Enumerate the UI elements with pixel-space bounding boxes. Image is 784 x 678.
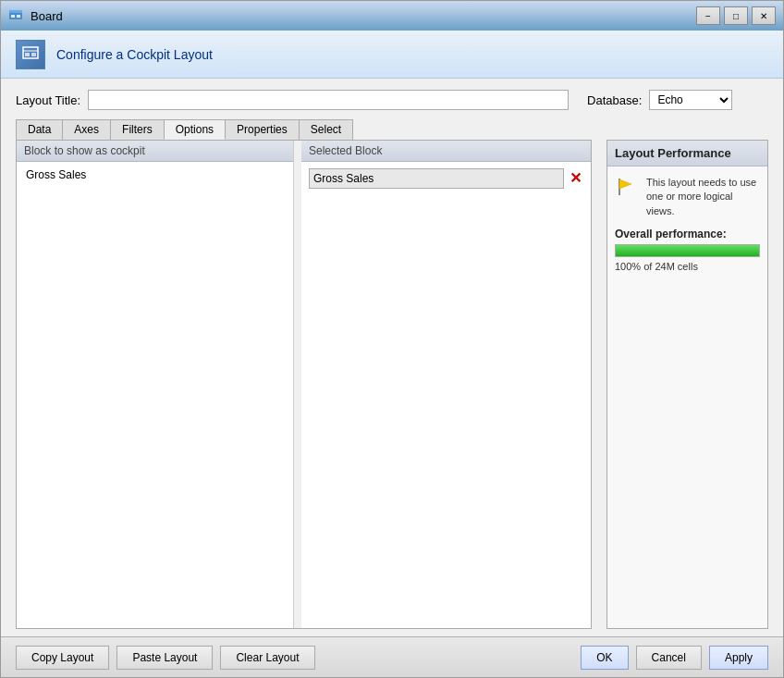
tab-axes[interactable]: Axes [62, 119, 111, 140]
main-window: Board − □ ✕ Configure a Cockpit Layout L… [0, 0, 784, 678]
performance-bar-fill [616, 245, 759, 256]
database-select[interactable]: Echo [649, 90, 732, 110]
paste-layout-button[interactable]: Paste Layout [116, 646, 213, 670]
close-button[interactable]: ✕ [752, 6, 776, 25]
selected-block-section: Selected Block ✕ [301, 141, 591, 628]
remove-block-button[interactable]: ✕ [568, 171, 583, 186]
performance-panel: Layout Performance This layout needs to … [606, 140, 768, 629]
content-area: Layout Title: Database: Echo Data Axes F… [1, 79, 783, 636]
apply-button[interactable]: Apply [709, 646, 768, 670]
cells-label: 100% of 24M cells [615, 261, 760, 272]
dialog-title: Configure a Cockpit Layout [56, 47, 213, 62]
clear-layout-button[interactable]: Clear Layout [220, 646, 314, 670]
selected-block-input[interactable] [309, 168, 564, 189]
main-panel: Block to show as cockpit Gross Sales Sel… [16, 140, 592, 629]
selected-block-header: Selected Block [301, 141, 591, 162]
configure-icon [16, 40, 45, 69]
performance-bar [615, 244, 760, 257]
tab-options[interactable]: Options [164, 119, 226, 140]
ok-button[interactable]: OK [581, 646, 628, 670]
performance-title: Layout Performance [607, 141, 767, 166]
layout-title-row: Layout Title: Database: Echo [16, 90, 768, 110]
minimize-button[interactable]: − [696, 6, 720, 25]
perf-flag-row: This layout needs to use one or more log… [615, 176, 760, 218]
bottom-bar: Copy Layout Paste Layout Clear Layout OK… [1, 636, 783, 677]
copy-layout-button[interactable]: Copy Layout [16, 646, 109, 670]
perf-message: This layout needs to use one or more log… [646, 176, 760, 218]
performance-content: This layout needs to use one or more log… [607, 166, 767, 281]
body-row: Block to show as cockpit Gross Sales Sel… [16, 140, 768, 629]
app-icon [8, 8, 23, 23]
tab-filters[interactable]: Filters [110, 119, 165, 140]
layout-title-input[interactable] [88, 90, 569, 110]
tab-select[interactable]: Select [299, 119, 353, 140]
svg-rect-2 [11, 15, 15, 18]
layout-title-label: Layout Title: [16, 93, 80, 107]
svg-rect-6 [25, 53, 30, 56]
bottom-left-buttons: Copy Layout Paste Layout Clear Layout [16, 646, 315, 670]
title-bar: Board − □ ✕ [1, 1, 783, 31]
selected-block-content: ✕ [301, 162, 591, 628]
header-bar: Configure a Cockpit Layout [1, 31, 783, 79]
tabs-row: Data Axes Filters Options Properties Sel… [16, 119, 768, 140]
title-bar-left: Board [8, 8, 63, 23]
svg-rect-1 [9, 10, 22, 13]
cancel-button[interactable]: Cancel [636, 646, 702, 670]
window-title: Board [31, 9, 63, 23]
svg-rect-7 [31, 53, 36, 56]
tab-data[interactable]: Data [16, 119, 63, 140]
flag-icon [615, 176, 637, 198]
svg-rect-3 [17, 15, 20, 18]
selected-block-row: ✕ [305, 166, 587, 191]
maximize-button[interactable]: □ [724, 6, 748, 25]
svg-marker-9 [619, 179, 631, 189]
database-label: Database: [587, 93, 642, 107]
block-list-content: Gross Sales [17, 162, 293, 628]
bottom-right-buttons: OK Cancel Apply [581, 646, 768, 670]
block-list-section: Block to show as cockpit Gross Sales [17, 141, 294, 628]
perf-bar-section: Overall performance: 100% of 24M cells [615, 228, 760, 272]
block-item[interactable]: Gross Sales [20, 166, 289, 184]
block-list-header: Block to show as cockpit [17, 141, 293, 162]
overall-performance-label: Overall performance: [615, 228, 760, 240]
tab-properties[interactable]: Properties [225, 119, 300, 140]
title-controls: − □ ✕ [696, 6, 776, 25]
